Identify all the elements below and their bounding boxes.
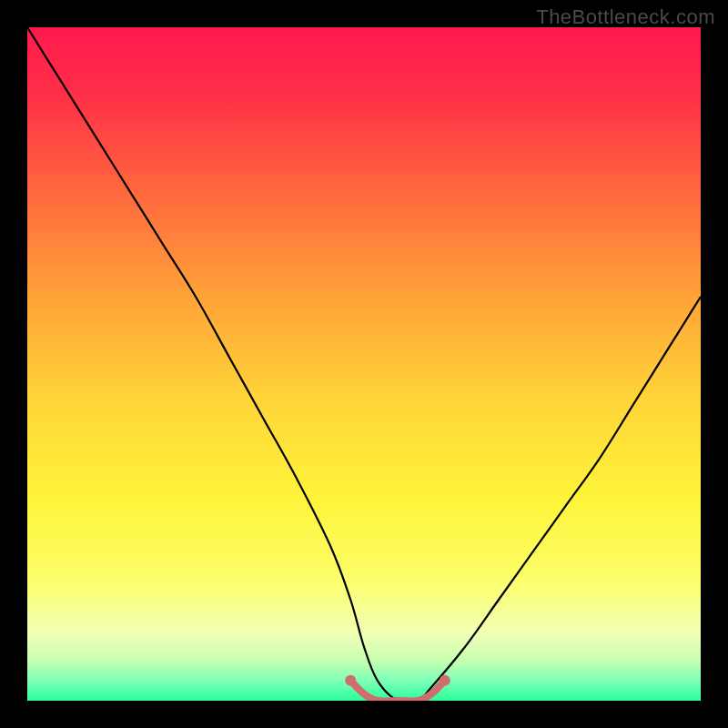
- svg-point-0: [345, 675, 356, 686]
- svg-point-1: [440, 675, 450, 686]
- chart-background: [27, 27, 701, 701]
- chart-svg: [27, 27, 701, 701]
- watermark-text: TheBottleneck.com: [536, 5, 715, 29]
- bottleneck-chart: [27, 27, 701, 701]
